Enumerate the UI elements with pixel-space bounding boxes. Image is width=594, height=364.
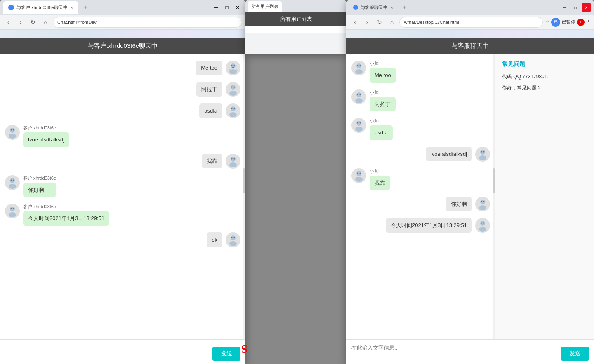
svg-point-40 bbox=[357, 94, 358, 95]
maximize-btn-3[interactable]: □ bbox=[571, 3, 580, 12]
win-controls-3: ─ □ ✕ bbox=[560, 3, 591, 12]
msg-bubble-8: ok bbox=[207, 232, 222, 247]
faq-item-1: 代码 QQ 773179801. bbox=[502, 73, 587, 81]
new-tab-btn-1[interactable]: + bbox=[80, 2, 92, 13]
scrollbar-1[interactable] bbox=[243, 54, 245, 339]
forward-btn-3[interactable]: › bbox=[362, 17, 372, 27]
svg-point-57 bbox=[483, 201, 485, 202]
back-btn-1[interactable]: ‹ bbox=[3, 17, 13, 27]
svg-point-30 bbox=[231, 235, 236, 240]
msg-content-w3-2: 小帅 阿拉丁 bbox=[370, 89, 396, 112]
svg-point-48 bbox=[481, 151, 482, 152]
svg-point-18 bbox=[231, 157, 236, 162]
svg-point-19 bbox=[229, 162, 237, 167]
msg-row-w3-1: 小帅 Me too bbox=[351, 61, 490, 83]
svg-point-41 bbox=[360, 94, 361, 95]
msg-row-8: ok bbox=[5, 232, 240, 247]
msg-content-5: 我靠 bbox=[202, 154, 222, 169]
tab-active-1[interactable]: 与客户:xhrdd03t6e聊天中 ✕ bbox=[3, 1, 78, 14]
svg-point-59 bbox=[479, 227, 486, 232]
red-circle-icon: ! bbox=[577, 19, 585, 26]
home-btn-1[interactable]: ⌂ bbox=[40, 17, 50, 27]
svg-point-14 bbox=[10, 128, 15, 133]
tab-favicon-3 bbox=[353, 5, 358, 10]
tab-favicon-1 bbox=[8, 5, 14, 10]
url-bar-3[interactable] bbox=[399, 17, 543, 28]
svg-point-56 bbox=[481, 201, 482, 202]
avatar-w3-right-7 bbox=[475, 218, 490, 233]
tab-close-3[interactable]: ✕ bbox=[390, 5, 394, 10]
svg-point-46 bbox=[480, 150, 485, 155]
svg-point-37 bbox=[360, 65, 361, 66]
msg-content-6: 客户:xhrdd03t6e 你好啊 bbox=[23, 175, 56, 197]
divider-3 bbox=[351, 243, 490, 243]
svg-point-3 bbox=[234, 65, 235, 66]
msg-row-1: Me too bbox=[5, 61, 240, 75]
scrollbar-thumb-1[interactable] bbox=[243, 168, 245, 193]
chat-body-3[interactable]: 小帅 Me too 小帅 阿拉丁 bbox=[346, 54, 495, 339]
chat-input-3[interactable] bbox=[351, 344, 558, 361]
msg-name-w3-2: 小帅 bbox=[370, 89, 396, 96]
user-list-title: 所有用户列表 bbox=[280, 16, 312, 22]
msg-bubble-w3-2: 阿拉丁 bbox=[370, 97, 396, 112]
svg-point-33 bbox=[234, 237, 235, 238]
send-button-1[interactable]: 发送 bbox=[212, 347, 240, 361]
maximize-btn-1[interactable]: □ bbox=[222, 3, 231, 12]
msg-content-w3-5: 小帅 我靠 bbox=[370, 168, 390, 190]
msg-row-w3-5: 小帅 我靠 bbox=[351, 168, 490, 190]
msg-bubble-1: Me too bbox=[196, 61, 222, 75]
tab-2[interactable]: 所有用户列表 bbox=[248, 1, 282, 12]
chat-header-1: 与客户:xhrdd03t6e聊天中 bbox=[0, 38, 245, 54]
avatar-left-7 bbox=[5, 204, 20, 218]
svg-point-49 bbox=[483, 151, 485, 152]
avatar-w3-right-4 bbox=[475, 147, 490, 162]
avatar-right-1 bbox=[226, 61, 240, 75]
tab-active-3[interactable]: 与客服聊天中 ✕ bbox=[350, 1, 397, 14]
chat-input-1[interactable] bbox=[5, 344, 209, 361]
send-button-3[interactable]: 发送 bbox=[561, 347, 589, 361]
nav-bar-3: ‹ › ↻ ⌂ ☆ 已 已暂停 ! ⋮ bbox=[346, 15, 594, 30]
svg-point-45 bbox=[360, 122, 361, 124]
msg-content-3: asdfa bbox=[199, 103, 222, 118]
menu-icon[interactable]: ⋮ bbox=[586, 19, 591, 25]
msg-name-w3-5: 小帅 bbox=[370, 168, 390, 174]
bookmark-icon[interactable]: ☆ bbox=[545, 19, 549, 25]
new-tab-btn-3[interactable]: + bbox=[398, 2, 410, 13]
scrollbar-thumb-3[interactable] bbox=[493, 168, 495, 193]
msg-content-w3-7: 今天时间2021年1月3日13:29:51 bbox=[386, 218, 472, 233]
reload-btn-3[interactable]: ↻ bbox=[375, 17, 384, 27]
home-btn-3[interactable]: ⌂ bbox=[387, 17, 397, 27]
avatar-left-4 bbox=[5, 125, 20, 140]
back-btn-3[interactable]: ‹ bbox=[350, 17, 360, 27]
close-btn-3[interactable]: ✕ bbox=[582, 3, 591, 12]
msg-content-4: 客户:xhrdd03t6e lvoe alsdfalksdj bbox=[23, 125, 69, 147]
close-btn-1[interactable]: ✕ bbox=[233, 3, 242, 12]
url-bar-1[interactable] bbox=[53, 17, 242, 28]
msg-content-w3-1: 小帅 Me too bbox=[370, 61, 396, 83]
svg-point-34 bbox=[356, 63, 361, 68]
faq-title: 常见问题 bbox=[502, 61, 587, 68]
avatar-w3-left-5 bbox=[351, 168, 366, 183]
reload-btn-1[interactable]: ↻ bbox=[28, 17, 38, 27]
tab-close-1[interactable]: ✕ bbox=[70, 5, 73, 10]
profile-label: 已暂停 bbox=[562, 19, 575, 25]
chat-input-area-3: 发送 bbox=[346, 339, 594, 364]
msg-content-1: Me too bbox=[196, 61, 222, 75]
forward-btn-1[interactable]: › bbox=[16, 17, 26, 27]
svg-point-7 bbox=[229, 91, 237, 96]
svg-point-16 bbox=[11, 129, 12, 131]
tab-title-2: 所有用户列表 bbox=[251, 3, 278, 9]
svg-point-27 bbox=[9, 212, 16, 217]
msg-bubble-6: 你好啊 bbox=[23, 183, 56, 197]
svg-point-47 bbox=[479, 155, 486, 160]
chat-body-1[interactable]: Me too 阿拉丁 bbox=[0, 54, 245, 339]
svg-point-20 bbox=[231, 158, 233, 159]
minimize-btn-3[interactable]: ─ bbox=[560, 3, 569, 12]
scrollbar-3[interactable] bbox=[493, 54, 495, 339]
msg-name-4: 客户:xhrdd03t6e bbox=[23, 125, 69, 131]
user-list-body bbox=[245, 26, 346, 33]
svg-point-42 bbox=[356, 121, 361, 126]
minimize-btn-1[interactable]: ─ bbox=[212, 3, 221, 12]
profile-icon[interactable]: 已 bbox=[551, 18, 560, 27]
browser-window-3: 与客服聊天中 ✕ + ─ □ ✕ ‹ › ↻ ⌂ ☆ 已 已暂停 ! ⋮ bbox=[346, 0, 594, 364]
